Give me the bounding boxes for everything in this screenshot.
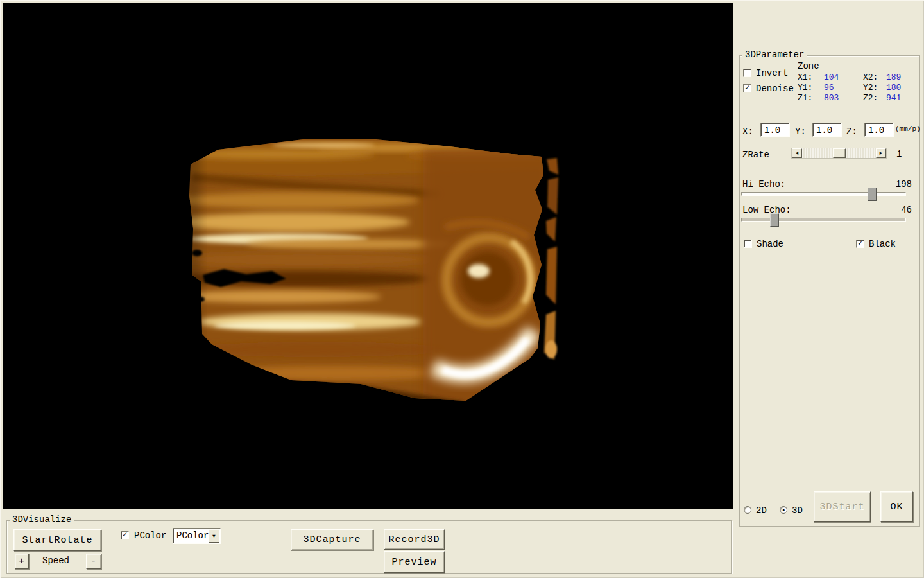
- invert-label: Invert: [756, 68, 788, 78]
- scale-x-label: X:: [742, 127, 753, 137]
- zrate-left-arrow-icon[interactable]: ◄: [792, 148, 802, 158]
- mode-3d-radio[interactable]: ●: [780, 506, 787, 514]
- zone-y1-label: Y1:: [798, 83, 812, 92]
- zone-title: Zone: [798, 61, 819, 71]
- hi-echo-slider-track[interactable]: [741, 192, 906, 196]
- parameter-groupbox: 3DParameter Invert ✓ Denoise Zone X1: 10…: [739, 55, 920, 527]
- speed-plus-button[interactable]: +: [15, 554, 29, 569]
- black-label: Black: [869, 239, 896, 249]
- denoise-label: Denoise: [756, 83, 794, 94]
- capture-3d-button[interactable]: 3DCapture: [291, 529, 373, 550]
- speed-minus-button[interactable]: -: [86, 554, 101, 569]
- ok-button[interactable]: OK: [880, 491, 913, 522]
- denoise-checkbox[interactable]: ✓: [743, 84, 751, 92]
- scale-z-label: Z:: [846, 127, 857, 137]
- mode-2d-radio[interactable]: [744, 506, 751, 514]
- zone-z2-value: 941: [886, 93, 901, 103]
- start-3d-button[interactable]: 3DStart: [814, 491, 871, 522]
- low-echo-slider-track[interactable]: [741, 218, 906, 222]
- shade-label: Shade: [757, 239, 783, 249]
- volume-render-3d: [3, 3, 733, 509]
- shade-checkbox[interactable]: [744, 240, 752, 248]
- zone-z2-label: Z2:: [863, 93, 878, 103]
- zone-x2-label: X2:: [863, 73, 878, 82]
- pcolor-dropdown-arrow-icon[interactable]: ▼: [209, 529, 219, 543]
- zrate-scrollbar-thumb[interactable]: [833, 148, 846, 158]
- zrate-right-arrow-icon[interactable]: ►: [876, 148, 886, 158]
- invert-checkbox[interactable]: [743, 69, 751, 77]
- low-echo-slider-thumb[interactable]: [770, 213, 779, 227]
- zone-x2-value: 189: [886, 73, 901, 82]
- zrate-label: ZRate: [742, 150, 769, 160]
- zrate-scrollbar[interactable]: ◄ ►: [791, 148, 887, 159]
- zone-y2-value: 180: [886, 83, 901, 92]
- pcolor-select[interactable]: PColor ▼: [173, 528, 221, 544]
- pcolor-select-value: PColor: [176, 530, 209, 541]
- scale-y-input[interactable]: [812, 123, 842, 137]
- zone-z1-label: Z1:: [798, 93, 812, 103]
- scale-unit-label: (mm/p): [895, 125, 921, 133]
- visualize-group-title: 3DVisualize: [10, 514, 74, 525]
- app-window: 3DParameter Invert ✓ Denoise Zone X1: 10…: [0, 0, 924, 578]
- hi-echo-slider-thumb[interactable]: [868, 188, 877, 201]
- render-viewport-3d[interactable]: [3, 3, 733, 509]
- record-3d-button[interactable]: Record3D: [384, 529, 445, 550]
- zone-z1-value: 803: [824, 93, 839, 103]
- mode-2d-label: 2D: [756, 505, 767, 516]
- pcolor-label: PColor: [134, 530, 166, 541]
- zone-y1-value: 96: [824, 83, 834, 92]
- zone-x1-value: 104: [824, 73, 839, 82]
- hi-echo-label: Hi Echo:: [742, 179, 785, 189]
- parameter-group-title: 3DParameter: [742, 49, 807, 60]
- black-checkbox[interactable]: ✓: [856, 240, 864, 248]
- mode-3d-label: 3D: [792, 505, 803, 516]
- pcolor-checkbox[interactable]: ✓: [121, 531, 129, 539]
- zrate-value: 1: [896, 149, 902, 159]
- low-echo-value: 46: [891, 205, 912, 215]
- zone-y2-label: Y2:: [863, 83, 878, 92]
- preview-button[interactable]: Preview: [384, 551, 445, 573]
- scale-x-input[interactable]: [760, 123, 790, 137]
- start-rotate-button[interactable]: StartRotate: [13, 529, 101, 551]
- visualize-groupbox: 3DVisualize StartRotate + Speed - ✓ PCol…: [6, 520, 732, 574]
- low-echo-label: Low Echo:: [742, 205, 791, 215]
- speed-label: Speed: [42, 556, 69, 566]
- zone-x1-label: X1:: [798, 73, 812, 82]
- scale-z-input[interactable]: [864, 123, 894, 137]
- scale-y-label: Y:: [795, 127, 806, 137]
- hi-echo-value: 198: [891, 179, 912, 189]
